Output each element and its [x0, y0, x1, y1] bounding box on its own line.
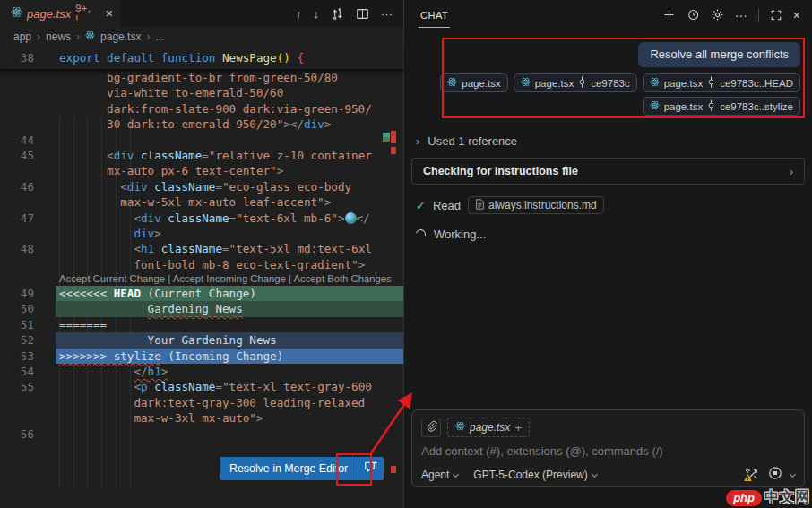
context-chip[interactable]: page.tsxce9783c — [514, 73, 637, 92]
code-line: bg-gradient-to-br from-green-50/80 — [0, 70, 403, 85]
chat-history-icon[interactable] — [687, 8, 700, 22]
user-message-bubble: Resolve all merge conflicts — [638, 42, 800, 67]
codelens-link3[interactable]: Accept Both Changes — [293, 273, 391, 284]
git-ref-icon — [707, 99, 715, 113]
codelens-link1[interactable]: Accept Current Change — [59, 273, 165, 284]
code-line: mx-auto px-6 text-center"> — [0, 163, 403, 178]
code-line: 44 — [0, 133, 403, 148]
code-line: 51======= — [0, 317, 403, 332]
more-actions-icon[interactable]: ··· — [381, 7, 393, 21]
code-line: font-bold mb-8 eco-text-gradient"> — [0, 257, 403, 272]
editor-pane: page.tsx 9+, ! × ↑ ↓ ··· app › news › — [0, 0, 403, 508]
chat-more-icon[interactable]: ··· — [735, 9, 747, 22]
breadcrumb-file[interactable]: page.tsx — [100, 30, 141, 43]
chevron-down-icon — [453, 471, 459, 478]
context-chip[interactable]: page.tsxce9783c..stylize — [643, 97, 800, 116]
file-icon — [475, 199, 484, 212]
tab-close-icon[interactable]: × — [106, 7, 113, 20]
new-chat-icon[interactable] — [662, 8, 676, 22]
tab-problems-badge: 9+, ! — [75, 3, 95, 24]
settings-gear-icon[interactable] — [711, 8, 724, 22]
chevron-right-icon: › — [790, 165, 793, 178]
chat-input-field[interactable]: Add context (#), extensions (@), command… — [421, 444, 795, 458]
used-references-label: Used 1 reference — [428, 134, 517, 148]
context-file-name: page.tsx — [470, 421, 510, 434]
watermark-logo: php — [726, 490, 762, 506]
check-icon: ✓ — [416, 199, 426, 212]
overview-mark-error — [391, 147, 396, 154]
overview-mark-error — [391, 466, 396, 473]
react-file-icon — [521, 77, 531, 89]
stop-request-button[interactable] — [768, 466, 782, 483]
code-line: 56 — [0, 426, 403, 442]
code-line: 53>>>>>>> stylize (Incoming Change) — [0, 349, 403, 364]
overview-mark-error — [391, 131, 396, 143]
resolve-with-copilot-icon-button[interactable] — [358, 457, 384, 480]
close-panel-icon[interactable]: × — [793, 9, 800, 22]
chip-git-ref: ce9783c..HEAD — [720, 78, 793, 89]
working-status: Working... — [416, 228, 812, 241]
previous-conflict-icon[interactable]: ↑ — [296, 7, 302, 21]
model-label: GPT-5-Codex (Preview) — [473, 469, 587, 481]
code-line: via-white to-emerald-50/60 — [0, 85, 403, 100]
code-line: 46 <div className="eco-glass eco-body — [0, 179, 403, 194]
instructions-file-chip[interactable]: always.instructions.md — [468, 196, 604, 214]
breadcrumb-separator: › — [76, 30, 80, 43]
attach-context-button[interactable] — [421, 418, 441, 437]
mode-label: Agent — [421, 469, 449, 481]
breadcrumb-symbol[interactable]: ... — [155, 30, 164, 43]
code-line: 55 <p className="text-xl text-gray-600 — [0, 379, 403, 394]
split-editor-icon[interactable] — [356, 7, 369, 21]
header-divider — [758, 9, 759, 22]
maximize-panel-icon[interactable] — [770, 9, 782, 22]
git-ref-icon — [707, 76, 715, 90]
read-file-step: ✓ Read always.instructions.md — [416, 196, 812, 214]
read-label: Read — [433, 199, 461, 212]
context-chip-row-2: page.tsxce9783c..stylize — [404, 92, 812, 116]
mode-picker-agent[interactable]: Agent — [421, 469, 458, 481]
sticky-code-line: 38export default function NewsPage() { — [0, 47, 403, 70]
chip-file-name: page.tsx — [535, 78, 574, 89]
resolve-in-merge-editor-button[interactable]: Resolve in Merge Editor — [220, 457, 358, 480]
chevron-right-icon: › — [416, 134, 419, 148]
globe-emoji-icon — [345, 212, 357, 224]
react-file-icon — [85, 30, 95, 43]
model-picker[interactable]: GPT-5-Codex (Preview) — [473, 469, 596, 481]
breadcrumb-separator: › — [146, 30, 150, 43]
react-file-icon — [650, 77, 660, 89]
overview-mark-merge — [383, 137, 390, 142]
merge-codelens: Accept Current Change | Accept Incoming … — [0, 272, 403, 286]
code-line: 48 <h1 className="text-5xl md:text-6xl — [0, 241, 403, 256]
code-line: 47 <div className="text-6xl mb-6"></ — [0, 211, 403, 226]
current-file-context-chip[interactable]: page.tsx + — [447, 418, 530, 437]
breadcrumb-root[interactable]: app — [13, 30, 31, 43]
code-lines: 38export default function NewsPage() { b… — [0, 47, 403, 442]
context-chip[interactable]: page.tsxce9783c..HEAD — [643, 73, 800, 92]
next-conflict-icon[interactable]: ↓ — [314, 7, 320, 21]
editor-actions: ↑ ↓ ··· — [296, 0, 403, 27]
chip-file-name: page.tsx — [462, 78, 500, 89]
warning-triangle-icon — [744, 471, 752, 484]
configure-tools-icon[interactable] — [745, 468, 760, 482]
breadcrumb-folder[interactable]: news — [46, 30, 71, 43]
used-references-toggle[interactable]: › Used 1 reference — [416, 134, 812, 148]
code-line: max-w-3xl mx-auto"> — [0, 410, 403, 426]
context-chip-row-1: page.tsxpage.tsxce9783cpage.tsxce9783c..… — [404, 67, 812, 92]
codelens-link2[interactable]: Accept Incoming Change — [173, 273, 286, 284]
chip-git-ref: ce9783c..stylize — [720, 101, 793, 112]
tab-page-tsx[interactable]: page.tsx 9+, ! × — [0, 0, 120, 27]
add-context-icon: + — [514, 421, 522, 435]
chat-input-box[interactable]: page.tsx + Add context (#), extensions (… — [411, 409, 805, 487]
chevron-down-icon[interactable] — [790, 471, 796, 478]
working-label: Working... — [434, 228, 486, 241]
checking-instructions-step[interactable]: Checking for instructions file › — [411, 158, 805, 185]
tab-chat[interactable]: CHAT — [419, 2, 450, 28]
chip-file-name: page.tsx — [664, 78, 703, 89]
editor-tab-bar: page.tsx 9+, ! × ↑ ↓ ··· — [0, 0, 403, 27]
code-line: 54 </h1> — [0, 364, 403, 379]
compare-changes-icon[interactable] — [331, 7, 344, 21]
chat-header: CHAT ··· × — [404, 0, 812, 30]
paperclip-icon — [426, 419, 437, 435]
chat-panel: CHAT ··· × Resolve all merge conflicts p… — [403, 0, 812, 508]
context-chip[interactable]: page.tsx — [440, 73, 507, 92]
